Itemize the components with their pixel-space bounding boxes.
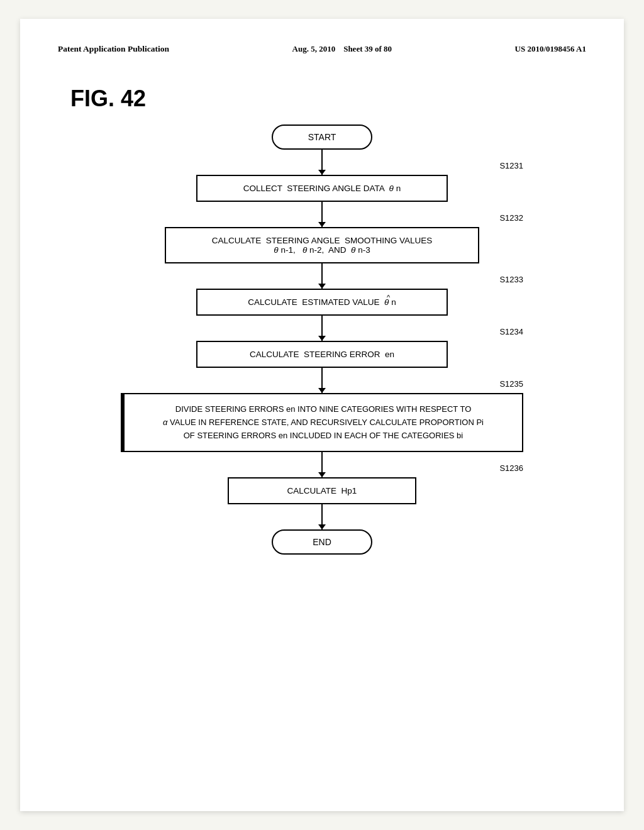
end-terminal: END [272, 529, 372, 555]
start-terminal: START [272, 124, 372, 150]
step-label-s1236: S1236 [499, 463, 523, 473]
box-s1232: CALCULATE STEERING ANGLE SMOOTHING VALUE… [165, 227, 479, 263]
box-s1233: CALCULATE ESTIMATED VALUE θ^ n [196, 289, 448, 316]
header: Patent Application Publication Aug. 5, 2… [58, 44, 586, 54]
box-s1236: CALCULATE Hp1 [228, 477, 416, 504]
box-s1231: COLLECT STEERING ANGLE DATA θ n [196, 175, 448, 202]
flowchart: START S1231 COLLECT STEERING ANGLE DATA … [58, 124, 586, 555]
header-publication: Patent Application Publication [58, 44, 169, 54]
step-label-s1235: S1235 [499, 379, 523, 389]
step-label-s1232: S1232 [499, 213, 523, 223]
header-date-sheet: Aug. 5, 2010 Sheet 39 of 80 [292, 44, 392, 54]
figure-title: FIG. 42 [70, 86, 586, 112]
box-s1235: DIVIDE STEERING ERRORS en INTO NINE CATE… [121, 393, 523, 452]
header-sheet: Sheet 39 of 80 [343, 44, 392, 53]
header-patent-number: US 2010/0198456 A1 [515, 44, 586, 54]
step-label-s1234: S1234 [499, 327, 523, 336]
step-label-s1231: S1231 [499, 161, 523, 170]
step-label-s1233: S1233 [499, 275, 523, 284]
arrow-to-end [321, 504, 323, 529]
box-s1234: CALCULATE STEERING ERROR en [196, 341, 448, 368]
header-date: Aug. 5, 2010 [292, 44, 336, 53]
page: Patent Application Publication Aug. 5, 2… [20, 19, 624, 811]
